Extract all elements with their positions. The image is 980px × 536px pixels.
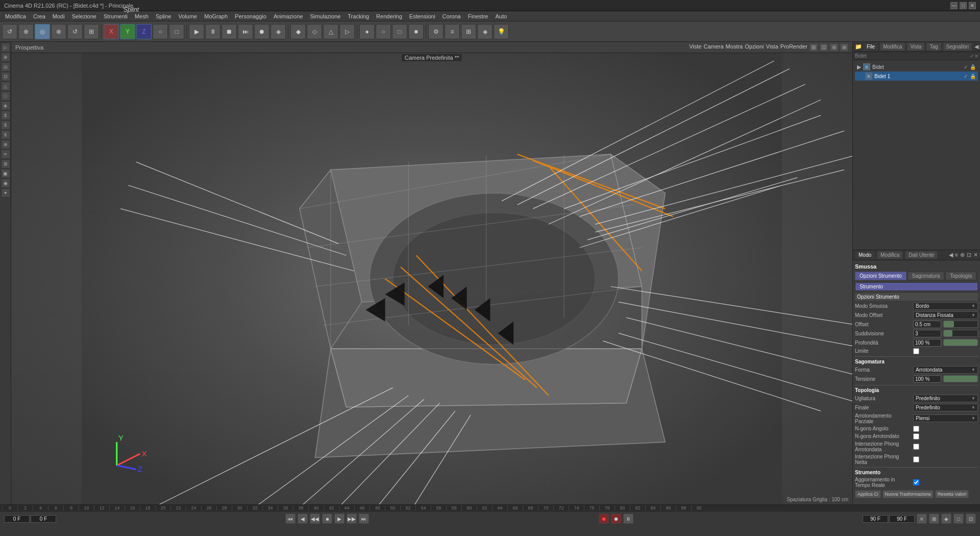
btn-nuova-trasformazione[interactable]: Nuova Trasformazione	[883, 490, 934, 498]
menu-selezione[interactable]: Selezione	[69, 12, 100, 20]
tl-btn-d[interactable]: □	[953, 514, 964, 524]
checkbox-ngons-angolo[interactable]	[913, 426, 919, 432]
menu-crea[interactable]: Crea	[30, 12, 48, 20]
left-tool-12[interactable]: ≡	[1, 150, 10, 159]
edge-tool[interactable]: ◇	[307, 24, 322, 39]
menu-estensioni[interactable]: Estensioni	[406, 12, 438, 20]
vp-menu-viste[interactable]: Viste	[689, 43, 701, 51]
move-tool[interactable]: ⊗	[51, 24, 66, 39]
render-picture[interactable]: ◈	[271, 24, 286, 39]
render-all[interactable]: ⏭	[238, 24, 253, 39]
menu-mograph[interactable]: MoGraph	[201, 12, 231, 20]
left-tool-8[interactable]: $	[1, 111, 10, 120]
prop-btn-back[interactable]: ◀	[949, 252, 953, 258]
prop-btn-3[interactable]: ⊡	[967, 252, 971, 258]
prop-sub-tab-strumento[interactable]: Strumento	[855, 282, 978, 291]
menu-btn[interactable]: ≡	[445, 24, 460, 39]
menu-auto[interactable]: Auto	[492, 12, 510, 20]
object-mode[interactable]: ▷	[339, 24, 355, 39]
settings-btn[interactable]: ⚙	[428, 24, 444, 39]
prop-btn-4[interactable]: ✕	[973, 252, 978, 258]
slider-suddivisione[interactable]	[943, 330, 978, 337]
rotate-tool[interactable]: ↺	[67, 24, 83, 39]
menu-finestre[interactable]: Finestre	[465, 12, 492, 20]
hier-bidet-check[interactable]: ✓	[964, 64, 968, 70]
hier-tab-tag[interactable]: Tag	[926, 42, 941, 51]
dropdown-modo-smussa[interactable]: Bordo	[913, 302, 978, 310]
left-tool-15[interactable]: ◉	[1, 179, 10, 188]
input-offset[interactable]	[913, 321, 941, 328]
vp-menu-prorenderer[interactable]: ProRender	[780, 43, 807, 51]
tl-btn-play-back[interactable]: ◀◀	[310, 514, 320, 524]
menu-modi[interactable]: Modi	[50, 12, 68, 20]
left-tool-14[interactable]: ▣	[1, 169, 10, 178]
polygon-tool[interactable]: ◆	[290, 24, 306, 39]
render-preview[interactable]: ▶	[189, 24, 204, 39]
solo-btn[interactable]: ●	[359, 24, 375, 39]
close-button[interactable]: ✕	[969, 2, 976, 9]
hier-btn-1[interactable]: ◀	[974, 43, 978, 50]
tl-btn-c[interactable]: ◈	[941, 514, 951, 524]
hier-tab-file[interactable]: File	[863, 42, 878, 51]
left-tool-2[interactable]: ⊕	[1, 53, 10, 62]
vp-menu-mostra[interactable]: Mostra	[726, 43, 743, 51]
dropdown-arrot-parziale[interactable]: Plensi	[913, 415, 978, 422]
hier-bidet1-check[interactable]: ✓	[964, 74, 968, 79]
btn-applica-ci[interactable]: Applica Ci	[855, 490, 881, 498]
input-suddivisione[interactable]	[913, 330, 941, 337]
hier-tab-segnalibri[interactable]: Segnalibri	[943, 42, 972, 51]
slider-tensione[interactable]	[943, 375, 978, 382]
x-axis-btn[interactable]: X	[104, 24, 119, 39]
left-tool-9[interactable]: $	[1, 120, 10, 130]
prop-tab-modo[interactable]: Modo	[855, 251, 875, 259]
grid-btn[interactable]: □	[392, 24, 407, 39]
vp-btn-lock[interactable]: ⊕	[840, 43, 848, 51]
left-tool-4[interactable]: ⊡	[1, 72, 10, 81]
prop-tab-sagomatura[interactable]: Sagomatura	[908, 272, 944, 280]
vp-btn-maximize[interactable]: ⊡	[820, 43, 828, 51]
checkbox-inters-phong-arr[interactable]	[913, 444, 919, 450]
tl-btn-end[interactable]: ⏭	[359, 514, 369, 524]
world-btn[interactable]: ○	[153, 24, 168, 39]
tl-fps[interactable]: 90 F	[889, 515, 915, 523]
tl-btn-a[interactable]: ≡	[917, 514, 927, 524]
menu-spline[interactable]: Spline	[153, 12, 175, 20]
hier-item-bidet[interactable]: ▶ B Bidet ✓ 🔒	[855, 62, 978, 71]
render-region[interactable]: ⏺	[254, 24, 270, 39]
menu-simulazione[interactable]: Simulazione	[307, 12, 344, 20]
select-tool[interactable]: ◎	[35, 24, 50, 39]
menu-tracking[interactable]: Tracking	[345, 12, 372, 20]
layout-btn[interactable]: ⊞	[461, 24, 476, 39]
prop-tab-topologia[interactable]: Topologia	[945, 272, 976, 280]
tl-frame-end[interactable]: 0 F	[31, 515, 56, 523]
tl-btn-play[interactable]: ▶	[334, 514, 345, 524]
y-axis-btn[interactable]: Y	[120, 24, 135, 39]
undo-tool[interactable]: ↺	[2, 24, 17, 39]
plugin-btn[interactable]: ◈	[477, 24, 493, 39]
left-tool-11[interactable]: ⊗	[1, 140, 10, 149]
tl-btn-auto-key[interactable]: ⏺	[611, 514, 621, 524]
menu-animazione[interactable]: Animazione	[271, 12, 306, 20]
checkbox-ngons-arrotondato[interactable]	[913, 433, 919, 440]
left-tool-7[interactable]: ◈	[1, 101, 10, 110]
vp-menu-vista[interactable]: Vista	[766, 43, 778, 51]
vp-menu-camera[interactable]: Camera	[703, 43, 723, 51]
minimize-button[interactable]: —	[950, 2, 958, 9]
menu-personaggio[interactable]: Personaggio	[232, 12, 270, 20]
z-axis-btn[interactable]: Z	[136, 24, 152, 39]
left-tool-3[interactable]: ◎	[1, 62, 10, 71]
render-active[interactable]: ⏹	[222, 24, 237, 39]
vp-btn-fullscreen[interactable]: ⊞	[810, 43, 818, 51]
dropdown-modo-offset[interactable]: Distanza Fissata	[913, 311, 978, 319]
viewport-canvas[interactable]: Camera Predefinita **	[11, 53, 852, 504]
menu-corona[interactable]: Corona	[439, 12, 464, 20]
checkbox-inters-phong-netta[interactable]	[913, 456, 919, 462]
hier-item-bidet1[interactable]: B Bidet 1 ✓ 🔒	[855, 71, 978, 81]
prop-tab-opzioni[interactable]: Opzioni Strumento	[855, 272, 906, 280]
tl-total-frames[interactable]: 90 F	[863, 515, 888, 523]
left-tool-13[interactable]: ⊞	[1, 159, 10, 168]
left-tool-16[interactable]: ✦	[1, 188, 10, 198]
btn-resetta-valori[interactable]: Resetta Valori	[935, 490, 969, 498]
tl-btn-record[interactable]: ⏺	[599, 514, 609, 524]
dropdown-finale[interactable]: Predefinito	[913, 404, 978, 411]
